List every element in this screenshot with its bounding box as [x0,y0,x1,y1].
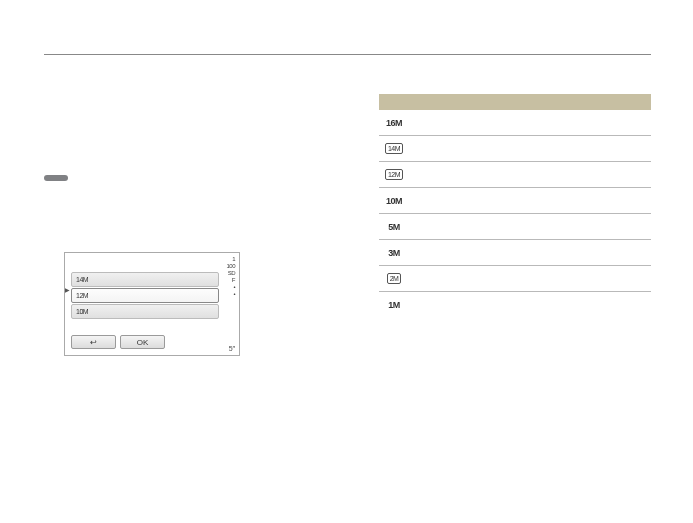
size-10m-icon: 10M [379,196,409,206]
size-2m-icon: 2M [379,273,409,284]
size-1m-icon: 1M [379,300,409,310]
resolution-table: 16M 14M 12M 10M 5M 3M 2M 1M [379,94,651,317]
lcd-status-icons: 1 100 SD F • • [226,256,235,297]
table-row: 16M [379,110,651,136]
lcd-button-row: ↩ OK [71,335,165,349]
size-3m-icon: 3M [379,248,409,258]
size-10m-icon: 10M [76,308,88,315]
section-pill [44,175,68,181]
ok-button[interactable]: OK [120,335,165,349]
lcd-side-b: 100 [226,263,235,269]
lcd-bottom-right: 5″ [229,345,235,352]
top-rule [44,54,651,55]
lcd-side-d: F [232,277,235,283]
table-row: 12M [379,162,651,188]
menu-item[interactable]: 14M [71,272,219,287]
lcd-preview: 1 100 SD F • • ▶ 14M 12M 10M ↩ OK 5″ [64,252,240,356]
table-row: 1M [379,292,651,317]
table-header [379,94,651,110]
lcd-side-a: 1 [232,256,235,262]
size-16m-icon: 16M [379,118,409,128]
table-row: 5M [379,214,651,240]
lcd-side-c: SD [228,270,235,276]
menu-item[interactable]: 10M [71,304,219,319]
table-row: 14M [379,136,651,162]
size-12m-icon: 12M [76,292,88,299]
lcd-side-e: • [233,284,235,290]
table-row: 3M [379,240,651,266]
table-row: 10M [379,188,651,214]
size-12m-icon: 12M [379,169,409,180]
menu-list: 14M 12M 10M [71,272,219,320]
menu-item-selected[interactable]: 12M [71,288,219,303]
size-14m-icon: 14M [76,276,88,283]
triangle-right-icon: ▶ [65,286,70,293]
table-row: 2M [379,266,651,292]
lcd-side-f: • [233,291,235,297]
back-button[interactable]: ↩ [71,335,116,349]
size-5m-icon: 5M [379,222,409,232]
size-14m-icon: 14M [379,143,409,154]
